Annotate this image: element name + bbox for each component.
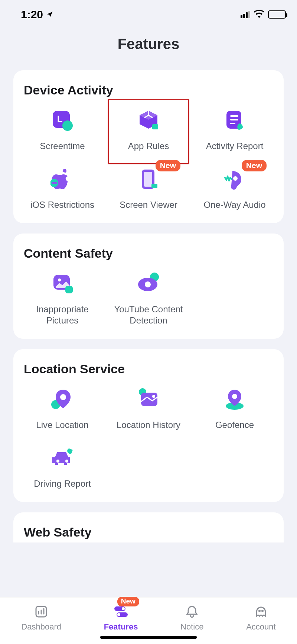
feature-label: Screentime bbox=[40, 141, 85, 152]
feature-label: Screen Viewer bbox=[120, 199, 177, 210]
feature-label: YouTube Content Detection bbox=[111, 304, 186, 326]
feature-inappropriate-pictures[interactable]: Inappropriate Pictures bbox=[19, 270, 105, 326]
section-content-safety: Content Safety Inappropriate Pictures bbox=[13, 234, 284, 339]
feature-screentime[interactable]: L Screentime bbox=[19, 107, 105, 152]
svg-rect-6 bbox=[230, 119, 238, 120]
map-icon bbox=[135, 386, 162, 413]
svg-rect-9 bbox=[52, 182, 57, 184]
section-title-web-safety: Web Safety bbox=[24, 525, 278, 540]
new-badge: New bbox=[156, 160, 180, 171]
nav-label: Account bbox=[246, 622, 276, 632]
nav-features[interactable]: New Features bbox=[104, 603, 138, 632]
feature-label: Activity Report bbox=[206, 141, 264, 152]
nav-label: Dashboard bbox=[21, 622, 61, 632]
svg-point-33 bbox=[117, 613, 120, 616]
location-services-icon bbox=[46, 8, 53, 21]
feature-label: Inappropriate Pictures bbox=[25, 304, 99, 326]
feature-app-rules[interactable]: App Rules bbox=[105, 107, 192, 152]
report-icon bbox=[221, 107, 248, 134]
svg-rect-11 bbox=[144, 172, 152, 187]
svg-rect-7 bbox=[230, 123, 235, 124]
new-badge: New bbox=[117, 597, 139, 606]
svg-rect-16 bbox=[65, 286, 73, 293]
svg-point-19 bbox=[145, 281, 151, 287]
feature-ios-restrictions[interactable]: iOS Restrictions bbox=[19, 166, 105, 210]
nav-dashboard[interactable]: Dashboard bbox=[21, 603, 61, 632]
section-title-location-service: Location Service bbox=[24, 362, 278, 376]
page-title: Features bbox=[0, 36, 297, 52]
bell-icon bbox=[183, 603, 201, 620]
svg-point-2 bbox=[62, 120, 73, 131]
svg-point-35 bbox=[262, 611, 263, 612]
eye-icon bbox=[135, 270, 162, 297]
apple-icon bbox=[49, 166, 76, 193]
nav-notice[interactable]: Notice bbox=[180, 603, 203, 632]
status-right bbox=[241, 8, 286, 21]
status-time: 1:20 bbox=[21, 8, 43, 21]
svg-text:L: L bbox=[57, 114, 63, 124]
dashboard-icon bbox=[32, 603, 50, 620]
feature-location-history[interactable]: Location History bbox=[105, 386, 192, 431]
svg-point-31 bbox=[122, 607, 125, 610]
status-left: 1:20 bbox=[21, 8, 53, 21]
ghost-icon bbox=[252, 603, 270, 620]
section-title-device-activity: Device Activity bbox=[24, 83, 278, 97]
nav-label: Notice bbox=[180, 622, 203, 632]
svg-point-13 bbox=[233, 176, 238, 181]
status-bar: 1:20 bbox=[0, 0, 297, 22]
nav-label: Features bbox=[104, 622, 138, 632]
svg-point-24 bbox=[152, 395, 155, 398]
bottom-nav: Dashboard New Features Notice bbox=[0, 597, 297, 644]
feature-label: Driving Report bbox=[34, 478, 91, 489]
feature-geofence[interactable]: Geofence bbox=[192, 386, 278, 431]
feature-label: Geofence bbox=[215, 419, 254, 431]
feature-label: Live Location bbox=[36, 419, 88, 431]
section-location-service: Location Service Live Location bbox=[13, 349, 284, 502]
svg-point-27 bbox=[56, 460, 59, 463]
feature-label: iOS Restrictions bbox=[30, 199, 94, 210]
svg-point-26 bbox=[232, 394, 237, 399]
feature-driving-report[interactable]: Driving Report bbox=[19, 445, 105, 489]
svg-rect-5 bbox=[230, 115, 238, 117]
svg-point-34 bbox=[259, 611, 260, 612]
section-device-activity: Device Activity L Screentime bbox=[13, 70, 284, 223]
feature-screen-viewer[interactable]: New Screen Viewer bbox=[105, 166, 192, 210]
feature-live-location[interactable]: Live Location bbox=[19, 386, 105, 431]
feature-youtube-detection[interactable]: YouTube Content Detection bbox=[105, 270, 192, 326]
svg-point-21 bbox=[60, 394, 66, 400]
image-icon bbox=[49, 270, 76, 297]
svg-rect-12 bbox=[151, 184, 157, 188]
feature-one-way-audio[interactable]: New One-Way Audio bbox=[192, 166, 278, 210]
clock-icon: L bbox=[49, 107, 76, 134]
svg-rect-3 bbox=[152, 124, 158, 129]
wifi-icon bbox=[254, 8, 264, 21]
section-web-safety: Web Safety bbox=[13, 512, 284, 542]
geofence-icon bbox=[221, 386, 248, 413]
battery-icon bbox=[268, 10, 286, 19]
nav-account[interactable]: Account bbox=[246, 603, 276, 632]
pin-icon bbox=[49, 386, 76, 413]
section-title-content-safety: Content Safety bbox=[24, 246, 278, 261]
feature-label: Location History bbox=[117, 419, 180, 431]
car-icon bbox=[49, 445, 76, 471]
cube-icon bbox=[135, 107, 162, 134]
home-indicator[interactable] bbox=[100, 636, 197, 639]
new-badge: New bbox=[242, 160, 267, 171]
feature-label: One-Way Audio bbox=[203, 199, 265, 210]
feature-activity-report[interactable]: Activity Report bbox=[192, 107, 278, 152]
svg-point-28 bbox=[65, 460, 68, 463]
svg-point-15 bbox=[58, 278, 61, 281]
feature-label: App Rules bbox=[128, 141, 169, 152]
cellular-signal-icon bbox=[241, 11, 250, 18]
